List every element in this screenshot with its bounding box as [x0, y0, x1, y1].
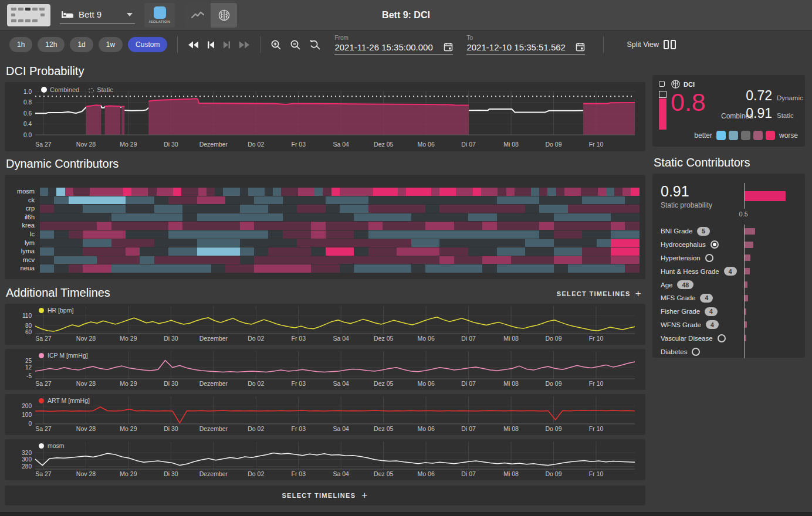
- contributor-radio-icon[interactable]: [692, 348, 700, 356]
- svg-text:Do 02: Do 02: [248, 470, 264, 477]
- svg-text:Do 02: Do 02: [248, 380, 264, 387]
- heatmap-row-cells[interactable]: [40, 264, 640, 273]
- svg-text:25: 25: [25, 358, 32, 364]
- heatmap-row-cells[interactable]: [40, 213, 640, 222]
- art-chart[interactable]: 2001000Sa 27Nov 28Mo 29Di 30DezemberDo 0…: [5, 394, 645, 435]
- svg-text:Fr 10: Fr 10: [589, 425, 604, 432]
- contributor-label: Diabetes: [661, 348, 687, 355]
- contributor-bar-zone: [744, 238, 798, 252]
- brain-view-button[interactable]: [211, 3, 237, 28]
- plus-icon: +: [361, 490, 368, 501]
- heatmap-row-cells[interactable]: [40, 222, 640, 230]
- art-legend: ART M [mmHg]: [39, 397, 90, 404]
- rewind-icon[interactable]: [188, 41, 199, 49]
- range-1d-button[interactable]: 1d: [70, 37, 93, 52]
- svg-text:Di 07: Di 07: [461, 470, 476, 477]
- svg-text:Sa 27: Sa 27: [35, 425, 52, 432]
- heatmap-row-cells[interactable]: [40, 247, 640, 256]
- static-dashed-circle-icon: [89, 88, 94, 93]
- svg-text:Nov 28: Nov 28: [76, 335, 96, 342]
- contributor-bar-zone: [744, 345, 798, 358]
- bed-selector[interactable]: Bett 9: [60, 6, 135, 24]
- heatmap-row-cells[interactable]: [40, 239, 640, 247]
- contributor-radio-icon[interactable]: [710, 240, 719, 249]
- split-view-button[interactable]: Split View: [627, 40, 676, 49]
- range-1w-button[interactable]: 1w: [99, 37, 123, 52]
- gauge-checkbox[interactable]: [659, 81, 665, 87]
- select-timelines-button-bottom[interactable]: SELECT TIMELINES+: [5, 486, 645, 505]
- line-chart-icon: [191, 11, 204, 19]
- svg-text:Fr 03: Fr 03: [292, 335, 306, 342]
- mosm-chart[interactable]: 320300280Sa 27Nov 28Mo 29Di 30DezemberDo…: [5, 439, 645, 480]
- static-contributor-row: Hydrocephalus: [661, 238, 798, 252]
- worse-label: worse: [779, 131, 798, 140]
- color-scale-chips: [716, 131, 775, 140]
- skip-to-start-icon[interactable]: [207, 41, 215, 49]
- toolbar-divider: [603, 36, 604, 53]
- heatmap-row: mcv: [5, 256, 640, 264]
- heatmap-row-label: neua: [5, 264, 40, 273]
- contributor-label: Hydrocephalus: [661, 241, 706, 248]
- range-1h-button[interactable]: 1h: [9, 37, 32, 52]
- hr-legend: HR [bpm]: [39, 307, 73, 314]
- contributor-value-badge: 48: [677, 280, 693, 289]
- isolation-button[interactable]: ISOLATION: [144, 3, 175, 28]
- additional-timelines-title: Additional Timelines: [6, 286, 110, 300]
- skip-to-end-icon[interactable]: [223, 41, 231, 49]
- gauge-bar-empty: [659, 91, 666, 98]
- contributor-radio-icon[interactable]: [705, 254, 713, 262]
- icp-chart[interactable]: 2512-5Sa 27Nov 28Mo 29Di 30DezemberDo 02…: [5, 349, 645, 390]
- svg-text:Fr 10: Fr 10: [589, 335, 604, 342]
- bed-map-icon[interactable]: [7, 4, 50, 26]
- svg-text:Dez 05: Dez 05: [374, 335, 393, 342]
- line-chart-view-button[interactable]: [184, 3, 211, 28]
- svg-text:Di 07: Di 07: [461, 425, 476, 432]
- heatmap-row-label: crp: [5, 205, 40, 213]
- heatmap-row-cells[interactable]: [40, 230, 640, 239]
- dynamic-contributors-heatmap[interactable]: mosmckcrpil6hkrealclymlymamcvneua: [5, 175, 645, 279]
- from-label: From: [334, 35, 453, 41]
- icp-legend: ICP M [mmHg]: [39, 352, 88, 359]
- contributor-label: Hunt & Hess Grade: [661, 268, 719, 275]
- static-contributor-row: Diabetes: [661, 345, 798, 358]
- from-value: 2021-11-26 15:35:00.000: [334, 42, 432, 52]
- range-12h-button[interactable]: 12h: [38, 37, 65, 52]
- heatmap-row-cells[interactable]: [40, 256, 640, 264]
- svg-text:0.0: 0.0: [23, 132, 32, 138]
- from-date-field[interactable]: From 2021-11-26 15:35:00.000: [334, 35, 453, 55]
- heatmap-row: lc: [5, 230, 640, 239]
- contributor-value-badge: 5: [697, 227, 710, 236]
- calendar-icon[interactable]: [576, 42, 585, 52]
- heatmap-row: ck: [5, 196, 640, 205]
- svg-text:Nov 28: Nov 28: [76, 380, 96, 387]
- svg-text:Do 09: Do 09: [546, 380, 562, 387]
- brain-icon: [218, 9, 231, 22]
- to-date-field[interactable]: To 2021-12-10 15:35:51.562: [466, 35, 585, 55]
- svg-text:1.0: 1.0: [23, 89, 32, 95]
- svg-text:Dezember: Dezember: [199, 470, 228, 477]
- heatmap-row-cells[interactable]: [40, 188, 640, 196]
- contributor-bar-zone: [744, 252, 798, 265]
- svg-text:Do 02: Do 02: [248, 141, 264, 148]
- hr-chart[interactable]: 1108060Sa 27Nov 28Mo 29Di 30DezemberDo 0…: [5, 304, 645, 345]
- fast-forward-icon[interactable]: [239, 41, 250, 49]
- zoom-reset-icon[interactable]: [309, 39, 321, 50]
- svg-text:Sa 27: Sa 27: [35, 380, 52, 387]
- svg-text:Di 30: Di 30: [164, 335, 178, 342]
- svg-text:0.4: 0.4: [23, 121, 32, 127]
- static-probability-label: Static probability: [661, 201, 744, 209]
- heatmap-row-cells[interactable]: [40, 205, 640, 213]
- zoom-out-icon[interactable]: [290, 39, 301, 50]
- range-custom-button[interactable]: Custom: [128, 37, 167, 52]
- svg-text:Do 09: Do 09: [546, 425, 562, 432]
- playback-controls: [188, 41, 250, 49]
- contributor-label: WFNS Grade: [661, 321, 701, 328]
- svg-text:Mi 08: Mi 08: [503, 380, 519, 387]
- calendar-icon[interactable]: [444, 42, 453, 52]
- contributor-bar-zone: [744, 291, 798, 305]
- zoom-in-icon[interactable]: [270, 39, 282, 50]
- select-timelines-button-top[interactable]: SELECT TIMELINES+: [557, 288, 645, 300]
- legend-combined: Combined: [41, 86, 79, 93]
- contributor-radio-icon[interactable]: [718, 334, 726, 342]
- heatmap-row-cells[interactable]: [40, 196, 640, 205]
